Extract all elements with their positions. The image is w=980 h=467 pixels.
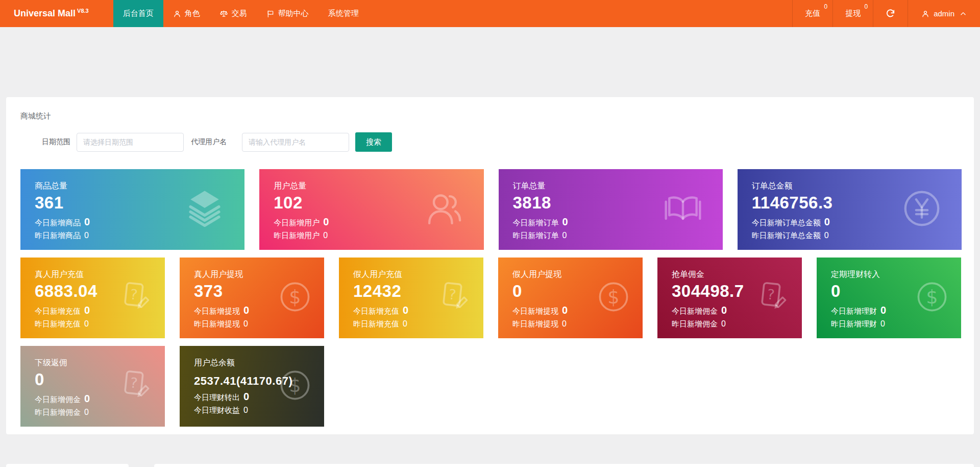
dollar-icon: $ xyxy=(915,280,949,316)
card-subline-label: 今日理财转出 xyxy=(194,393,240,402)
top-navbar: Universal Mall V8.3 后台首页角色交易帮助中心系统管理 充值0… xyxy=(0,0,980,27)
card-subline-value: 0 xyxy=(243,391,249,402)
nav-action-0[interactable]: 充值0 xyxy=(792,0,832,27)
date-range-input[interactable] xyxy=(77,133,184,152)
stat-card: 商品总量361今日新增商品0昨日新增商品0 xyxy=(20,169,244,250)
nav-action-1[interactable]: 提现0 xyxy=(832,0,873,27)
scales-icon xyxy=(219,9,228,18)
card-title: 假人用户充值 xyxy=(353,258,483,280)
nav-item-label: 帮助中心 xyxy=(278,9,309,18)
svg-text:?: ? xyxy=(767,286,776,302)
nav-right-actions: 充值0提现0admin xyxy=(792,0,980,27)
card-subline-label: 昨日新增提现 xyxy=(194,320,240,329)
stat-cards: 商品总量361今日新增商品0昨日新增商品0用户总量102今日新增用户0昨日新增用… xyxy=(20,169,962,427)
card-subline-value: 0 xyxy=(403,305,408,316)
card-subline-label: 今日新增商品 xyxy=(35,219,81,227)
card-subline-label: 今日新增充值 xyxy=(35,307,81,316)
card-subline: 昨日新增商品0 xyxy=(35,231,244,240)
card-subline-value: 0 xyxy=(562,305,568,316)
cards-row-2: 真人用户充值6883.04今日新增充值0昨日新增充值0?真人用户提现373今日新… xyxy=(20,258,962,338)
filter-form: 日期范围 代理用户名 搜索 xyxy=(42,132,962,152)
card-subline-label: 今日新增用户 xyxy=(274,219,320,227)
chevron-up-icon xyxy=(960,10,967,17)
nav-item-2[interactable]: 交易 xyxy=(210,0,257,27)
card-subline: 昨日新增用户0 xyxy=(274,231,483,240)
card-title: 用户总余额 xyxy=(194,346,324,368)
card-subline: 昨日新增理财0 xyxy=(831,319,961,329)
card-title: 抢单佣金 xyxy=(672,258,802,280)
dollar-icon: $ xyxy=(278,368,312,404)
card-subline: 昨日新增佣金0 xyxy=(672,319,802,329)
stat-card: 用户总量102今日新增用户0昨日新增用户0 xyxy=(259,169,483,250)
card-subline-value: 0 xyxy=(323,231,328,240)
card-subline-label: 今日新增订单 xyxy=(513,219,559,227)
nav-item-3[interactable]: 帮助中心 xyxy=(257,0,318,27)
user-icon xyxy=(921,10,929,18)
date-range-label: 日期范围 xyxy=(42,137,70,147)
card-subline-value: 0 xyxy=(84,216,90,227)
nav-item-1[interactable]: 角色 xyxy=(163,0,210,27)
card-subline: 昨日新增充值0 xyxy=(353,319,483,329)
card-subline-value: 0 xyxy=(84,231,89,240)
layers-icon xyxy=(184,188,225,231)
card-title: 真人用户提现 xyxy=(194,258,324,280)
nav-item-label: 角色 xyxy=(185,9,200,18)
next-section-edge-left xyxy=(6,464,129,467)
svg-text:?: ? xyxy=(130,374,139,391)
card-subline-value: 0 xyxy=(721,319,726,329)
card-subline-label: 昨日新增佣金 xyxy=(672,320,718,329)
svg-text:?: ? xyxy=(130,286,139,302)
nav-action-badge: 0 xyxy=(864,4,868,10)
card-subline: 今日理财收益0 xyxy=(194,406,324,415)
card-subline-value: 0 xyxy=(243,406,248,415)
card-subline-value: 0 xyxy=(84,393,90,404)
stat-card: 订单总量3818今日新增订单0昨日新增订单0 xyxy=(499,169,723,250)
svg-text:$: $ xyxy=(289,375,301,396)
dollar-icon: $ xyxy=(278,280,312,316)
brand-logo[interactable]: Universal Mall V8.3 xyxy=(0,0,89,27)
card-subline-label: 今日新增佣金 xyxy=(35,395,81,404)
doc-icon: ? xyxy=(437,280,471,316)
card-subline-value: 0 xyxy=(562,216,568,227)
card-subline: 昨日新增充值0 xyxy=(35,319,165,329)
stat-card: 定期理财转入0今日新增理财0昨日新增理财0$ xyxy=(817,258,961,338)
card-subline: 昨日新增订单0 xyxy=(513,231,723,240)
card-subline-value: 0 xyxy=(243,319,248,329)
card-subline: 昨日新增提现0 xyxy=(512,319,643,329)
nav-item-label: 系统管理 xyxy=(328,9,359,18)
card-subline-value: 0 xyxy=(403,319,407,329)
doc-icon: ? xyxy=(119,368,153,404)
stat-card: 订单总金额1146756.3今日新增订单总金额0昨日新增订单总金额0 xyxy=(738,169,962,250)
user-menu[interactable]: admin xyxy=(908,0,980,27)
card-subline-value: 0 xyxy=(880,319,885,329)
stat-card: 假人用户充值12432今日新增充值0昨日新增充值0? xyxy=(339,258,483,338)
cards-row-1: 商品总量361今日新增商品0昨日新增商品0用户总量102今日新增用户0昨日新增用… xyxy=(20,169,962,250)
card-subline: 昨日新增佣金0 xyxy=(35,408,165,417)
nav-item-home[interactable]: 后台首页 xyxy=(113,0,163,27)
book-icon xyxy=(663,188,703,231)
svg-text:$: $ xyxy=(926,286,938,308)
card-subline-label: 昨日新增充值 xyxy=(35,320,81,329)
stat-card: 真人用户充值6883.04今日新增充值0昨日新增充值0? xyxy=(20,258,165,338)
card-title: 假人用户提现 xyxy=(512,258,643,280)
agent-username-input[interactable] xyxy=(242,133,349,152)
agent-username-label: 代理用户名 xyxy=(191,137,227,147)
refresh-icon xyxy=(886,9,895,18)
doc-icon: ? xyxy=(119,280,153,316)
card-subline-label: 今日新增理财 xyxy=(831,307,877,316)
search-button[interactable]: 搜索 xyxy=(355,132,392,152)
nav-action-label: 充值 xyxy=(805,9,820,18)
card-subline-value: 0 xyxy=(84,305,90,316)
card-subline-value: 0 xyxy=(243,305,249,316)
card-subline-label: 昨日新增商品 xyxy=(35,231,81,240)
flag-icon xyxy=(266,10,275,18)
card-subline-label: 今日新增佣金 xyxy=(672,307,718,316)
card-subline-label: 今日新增提现 xyxy=(512,307,558,316)
refresh-button[interactable] xyxy=(873,0,908,27)
stat-card: 假人用户提现0今日新增提现0昨日新增提现0$ xyxy=(498,258,643,338)
card-subline-value: 0 xyxy=(824,231,829,240)
nav-item-4[interactable]: 系统管理 xyxy=(318,0,369,27)
card-subline-label: 昨日新增订单总金额 xyxy=(752,231,821,240)
card-subline-value: 0 xyxy=(721,305,727,316)
card-subline-label: 昨日新增提现 xyxy=(512,320,558,329)
